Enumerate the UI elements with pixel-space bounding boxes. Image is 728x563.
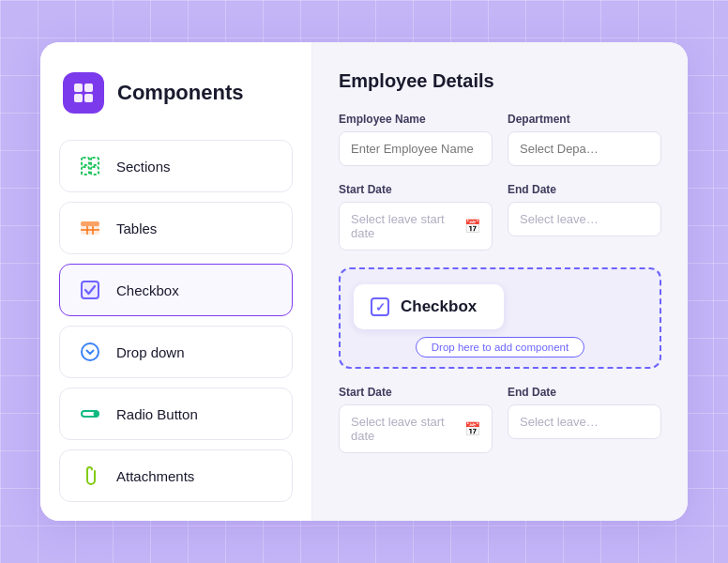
bottom-end-date-input[interactable]: Select leave…: [508, 404, 661, 439]
svg-point-14: [82, 343, 99, 360]
employee-name-label: Employee Name: [339, 113, 493, 126]
drop-hint-badge: Drop here to add component: [416, 337, 584, 358]
checkbox-card: ✓ Checkbox: [354, 284, 504, 329]
svg-rect-7: [91, 167, 99, 175]
checkbox-card-label: Checkbox: [401, 297, 477, 316]
radio-label: Radio Button: [116, 406, 198, 422]
bottom-start-date-placeholder: Select leave start date: [351, 415, 464, 443]
checkbox-check-icon: ✓: [371, 297, 389, 316]
form-row-2: Start Date Select leave start date 📅 End…: [339, 183, 661, 251]
component-item-dropdown[interactable]: Drop down: [59, 326, 293, 378]
check-mark: ✓: [375, 301, 386, 313]
attachments-label: Attachments: [116, 468, 194, 484]
start-date-input[interactable]: Select leave start date 📅: [339, 202, 493, 251]
checkbox-icon-item: [77, 277, 103, 303]
brand-row: Components: [59, 72, 293, 114]
department-input[interactable]: [508, 131, 661, 166]
employee-name-input[interactable]: [339, 131, 493, 166]
attachments-icon: [77, 463, 103, 489]
bottom-end-date-label: End Date: [508, 386, 661, 399]
bottom-end-date-placeholder: Select leave…: [520, 415, 599, 429]
bottom-start-date-group: Start Date Select leave start date 📅: [339, 386, 493, 453]
tables-label: Tables: [116, 221, 157, 236]
sections-icon: [77, 153, 103, 179]
start-date-label: Start Date: [339, 183, 493, 196]
drop-zone[interactable]: ✓ Checkbox Drop here to add component: [339, 267, 661, 369]
brand-logo: [63, 72, 104, 114]
end-date-group: End Date Select leave…: [508, 183, 661, 251]
right-panel: Employee Details Employee Name Departmen…: [312, 42, 688, 521]
form-row-bottom: Start Date Select leave start date 📅 End…: [339, 386, 661, 453]
svg-rect-9: [81, 221, 99, 226]
svg-rect-4: [82, 158, 89, 165]
svg-rect-1: [84, 84, 93, 92]
employee-name-group: Employee Name: [339, 113, 493, 166]
component-item-attachments[interactable]: Attachments: [59, 449, 293, 502]
component-item-radio[interactable]: Radio Button: [59, 388, 293, 440]
bottom-start-date-input[interactable]: Select leave start date 📅: [339, 404, 493, 453]
department-label: Department: [508, 113, 661, 126]
dropdown-label: Drop down: [116, 344, 185, 360]
svg-point-16: [94, 412, 99, 417]
svg-rect-13: [82, 282, 99, 298]
svg-rect-2: [74, 94, 83, 102]
calendar-icon-bottom-start: 📅: [464, 421, 480, 436]
tables-icon: [77, 215, 103, 241]
checkbox-label: Checkbox: [116, 282, 179, 298]
start-date-placeholder: Select leave start date: [351, 212, 464, 240]
department-group: Department: [508, 113, 661, 166]
svg-rect-6: [82, 167, 89, 175]
end-date-input[interactable]: Select leave…: [508, 202, 661, 236]
component-item-tables[interactable]: Tables: [59, 202, 293, 254]
form-row-1: Employee Name Department: [339, 113, 661, 166]
component-item-sections[interactable]: Sections: [59, 140, 293, 192]
bottom-end-date-group: End Date Select leave…: [508, 386, 661, 453]
component-item-checkbox[interactable]: Checkbox: [59, 264, 293, 316]
brand-title: Components: [117, 81, 243, 105]
calendar-icon-start: 📅: [464, 219, 480, 234]
sections-label: Sections: [116, 159, 171, 175]
svg-rect-5: [91, 158, 99, 165]
left-panel: Components Sections: [40, 42, 312, 521]
main-card: Components Sections: [40, 42, 688, 521]
start-date-group: Start Date Select leave start date 📅: [339, 183, 493, 251]
svg-rect-0: [74, 84, 83, 92]
end-date-placeholder: Select leave…: [520, 212, 599, 226]
drop-hint: Drop here to add component: [354, 337, 646, 358]
bottom-start-date-label: Start Date: [339, 386, 493, 399]
radio-icon: [77, 401, 103, 427]
svg-rect-3: [84, 94, 93, 102]
form-title: Employee Details: [339, 70, 661, 92]
end-date-label: End Date: [508, 183, 661, 196]
brand-logo-icon: [72, 82, 95, 104]
component-list: Sections Tables: [59, 140, 293, 502]
dropdown-icon: [77, 339, 103, 365]
